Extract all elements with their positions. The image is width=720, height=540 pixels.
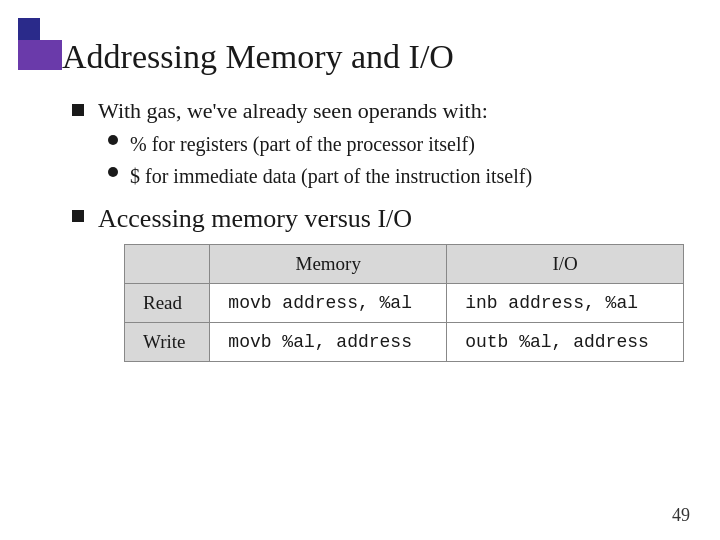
table-cell-read-label: Read (125, 284, 210, 323)
list-item-1-content: With gas, we've already seen operands wi… (98, 98, 532, 194)
table-cell-write-label: Write (125, 323, 210, 362)
sub-item-2-text: $ for immediate data (part of the instru… (130, 162, 532, 190)
page-number: 49 (672, 505, 690, 526)
sub-item-1-text: % for registers (part of the processor i… (130, 130, 475, 158)
list-item-2-content: Accessing memory versus I/O Memory I/O (98, 204, 684, 362)
sub-list-item-1: % for registers (part of the processor i… (108, 130, 532, 158)
data-table: Memory I/O Read movb address, %al inb ad… (124, 244, 684, 362)
sub-bullet-1 (108, 135, 118, 145)
list-item-1: With gas, we've already seen operands wi… (72, 98, 684, 194)
list-item-1-text: With gas, we've already seen operands wi… (98, 98, 488, 123)
table-header-row: Memory I/O (125, 245, 684, 284)
table-header-empty (125, 245, 210, 284)
bullet-square-2 (72, 210, 84, 222)
sub-list-item-2: $ for immediate data (part of the instru… (108, 162, 532, 190)
slide-content: Addressing Memory and I/O With gas, we'v… (0, 0, 720, 540)
table-cell-write-memory: movb %al, address (210, 323, 447, 362)
table-row-write: Write movb %al, address outb %al, addres… (125, 323, 684, 362)
table-cell-write-io: outb %al, address (447, 323, 684, 362)
table-cell-read-memory: movb address, %al (210, 284, 447, 323)
list-item-2: Accessing memory versus I/O Memory I/O (72, 204, 684, 362)
table-header-io: I/O (447, 245, 684, 284)
table-header-memory: Memory (210, 245, 447, 284)
table-cell-read-io: inb address, %al (447, 284, 684, 323)
sub-list: % for registers (part of the processor i… (108, 130, 532, 190)
list-item-2-text: Accessing memory versus I/O (98, 204, 412, 233)
table-row-read: Read movb address, %al inb address, %al (125, 284, 684, 323)
table-wrapper: Memory I/O Read movb address, %al inb ad… (124, 244, 684, 362)
bullet-square-1 (72, 104, 84, 116)
slide-title: Addressing Memory and I/O (62, 38, 684, 76)
main-list: With gas, we've already seen operands wi… (72, 98, 684, 362)
sub-bullet-2 (108, 167, 118, 177)
